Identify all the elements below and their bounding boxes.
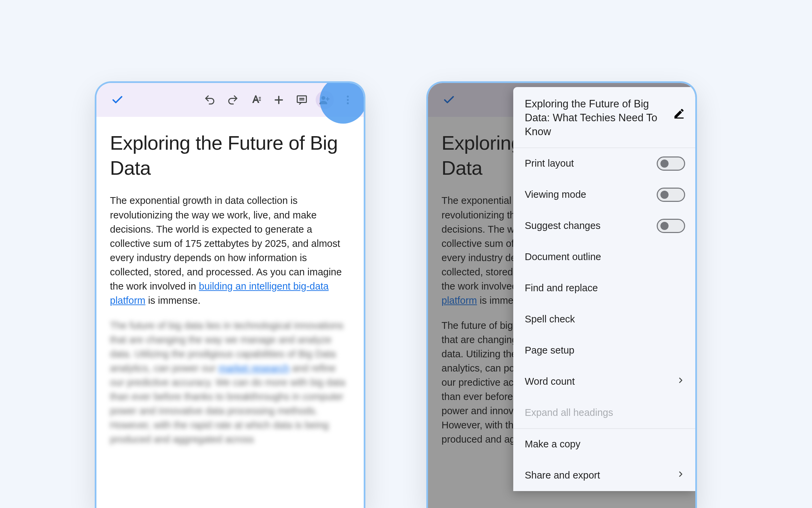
menu-viewing-mode[interactable]: Viewing mode <box>513 179 695 210</box>
phone-right: Exploring the Future of Big Data The exp… <box>426 81 697 508</box>
menu-item-label: Expand all headings <box>525 407 613 418</box>
redo-icon[interactable] <box>224 91 242 109</box>
text-format-icon[interactable] <box>247 91 265 109</box>
svg-point-7 <box>347 99 349 101</box>
menu-item-label: Find and replace <box>525 282 598 294</box>
more-vert-icon[interactable] <box>339 91 357 109</box>
menu-make-copy[interactable]: Make a copy <box>513 429 695 460</box>
link-market-research: market research <box>219 363 290 374</box>
menu-item-label: Page setup <box>525 345 574 356</box>
menu-find-replace[interactable]: Find and replace <box>513 273 695 304</box>
menu-suggest-changes[interactable]: Suggest changes <box>513 210 695 241</box>
toggle-print-layout[interactable] <box>657 156 685 171</box>
menu-spell-check[interactable]: Spell check <box>513 304 695 335</box>
svg-point-8 <box>347 102 349 104</box>
toggle-suggest-changes[interactable] <box>657 219 685 233</box>
menu-share-export[interactable]: Share and export <box>513 460 695 491</box>
edit-title-icon[interactable] <box>673 107 685 121</box>
menu-item-label: Document outline <box>525 251 601 262</box>
comment-icon[interactable] <box>293 91 311 109</box>
document-paragraph-blurred: The future of big data lies in technolog… <box>110 318 350 446</box>
paragraph-text: and refine our predictive accuracy. We c… <box>110 363 345 445</box>
menu-page-setup[interactable]: Page setup <box>513 335 695 366</box>
menu-item-label: Suggest changes <box>525 220 601 231</box>
paragraph-text: The exponential growth in data collectio… <box>110 195 342 291</box>
paragraph-text: is immense. <box>145 295 201 306</box>
menu-word-count[interactable]: Word count <box>513 366 695 397</box>
document-title[interactable]: Exploring the Future of Big Data <box>110 130 350 181</box>
svg-point-5 <box>321 96 325 100</box>
svg-rect-9 <box>675 118 684 119</box>
menu-expand-headings: Expand all headings <box>513 397 695 428</box>
svg-rect-2 <box>297 96 307 103</box>
done-check-icon[interactable] <box>108 91 127 109</box>
menu-item-label: Make a copy <box>525 439 580 450</box>
menu-print-layout[interactable]: Print layout <box>513 148 695 179</box>
toolbar <box>96 83 364 117</box>
svg-point-6 <box>347 96 349 98</box>
toggle-viewing-mode[interactable] <box>657 188 685 202</box>
menu-item-label: Word count <box>525 376 575 387</box>
chevron-right-icon <box>676 470 685 481</box>
chevron-right-icon <box>676 376 685 387</box>
menu-item-label: Spell check <box>525 314 575 325</box>
menu-item-label: Share and export <box>525 470 600 481</box>
undo-icon[interactable] <box>201 91 219 109</box>
menu-document-title: Exploring the Future of Big Data: What T… <box>525 97 666 139</box>
overflow-menu: Exploring the Future of Big Data: What T… <box>513 87 695 491</box>
insert-plus-icon[interactable] <box>270 91 288 109</box>
menu-item-label: Viewing mode <box>525 189 586 200</box>
menu-document-outline[interactable]: Document outline <box>513 241 695 273</box>
menu-item-label: Print layout <box>525 158 574 169</box>
document-paragraph[interactable]: The exponential growth in data collectio… <box>110 193 350 307</box>
document-body[interactable]: Exploring the Future of Big Data The exp… <box>96 117 364 446</box>
phone-left: Exploring the Future of Big Data The exp… <box>95 81 365 508</box>
share-person-icon[interactable] <box>316 91 334 109</box>
